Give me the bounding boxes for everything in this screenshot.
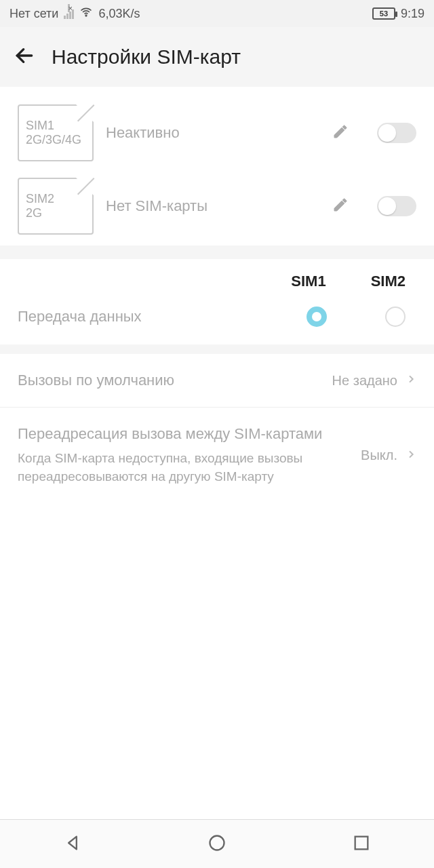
sim1-toggle[interactable]	[377, 123, 416, 143]
section-divider	[0, 344, 434, 354]
nav-back-button[interactable]	[63, 833, 82, 855]
sim2-row: SIM2 2G Нет SIM-карты	[0, 170, 434, 243]
network-status: Нет сети	[9, 7, 58, 21]
signal-icon: ×	[64, 8, 74, 19]
sim1-card-icon: SIM1 2G/3G/4G	[18, 104, 94, 161]
battery-icon: 53	[372, 7, 395, 20]
sim2-card-icon: SIM2 2G	[18, 178, 94, 235]
sim-cards-section: SIM1 2G/3G/4G Неактивно SIM2 2G Нет SIM-…	[0, 87, 434, 245]
sim1-edit-button[interactable]	[332, 123, 349, 142]
call-forwarding-row[interactable]: Переадресация вызова между SIM-картами К…	[0, 408, 434, 503]
sim1-status: Неактивно	[106, 124, 320, 142]
section-divider	[0, 245, 434, 259]
sim2-edit-button[interactable]	[332, 197, 349, 216]
data-sim1-radio[interactable]	[307, 307, 327, 327]
default-calls-label: Вызовы по умолчанию	[18, 372, 324, 389]
sim2-status: Нет SIM-карты	[106, 197, 320, 215]
sim1-row: SIM1 2G/3G/4G Неактивно	[0, 96, 434, 170]
wifi-icon	[79, 5, 93, 22]
call-forwarding-value: Выкл.	[361, 448, 397, 463]
data-sim2-radio[interactable]	[385, 307, 406, 327]
radio-col-sim1: SIM1	[291, 273, 326, 290]
nav-recent-button[interactable]	[352, 833, 371, 855]
radio-col-sim2: SIM2	[371, 273, 406, 290]
system-navbar	[0, 819, 434, 868]
network-speed: 6,03K/s	[98, 7, 140, 21]
sim2-toggle[interactable]	[377, 196, 416, 216]
page-title: Настройки SIM-карт	[52, 45, 241, 68]
app-header: Настройки SIM-карт	[0, 27, 434, 87]
default-calls-value: Не задано	[332, 373, 397, 389]
default-calls-row[interactable]: Вызовы по умолчанию Не задано	[0, 354, 434, 408]
back-button[interactable]	[14, 45, 35, 69]
status-bar: Нет сети × 6,03K/s 53 9:19	[0, 0, 434, 27]
chevron-right-icon	[406, 374, 416, 387]
svg-point-0	[86, 15, 87, 16]
svg-rect-2	[355, 836, 368, 849]
call-forwarding-title: Переадресация вызова между SIM-картами	[18, 425, 353, 443]
data-sim-section: SIM1 SIM2 Передача данных	[0, 259, 434, 344]
nav-home-button[interactable]	[208, 833, 226, 855]
svg-point-1	[210, 835, 224, 850]
call-forwarding-desc: Когда SIM-карта недоступна, входящие выз…	[18, 450, 353, 486]
clock: 9:19	[401, 7, 425, 21]
chevron-right-icon	[406, 449, 416, 462]
data-transfer-label: Передача данных	[18, 308, 307, 326]
